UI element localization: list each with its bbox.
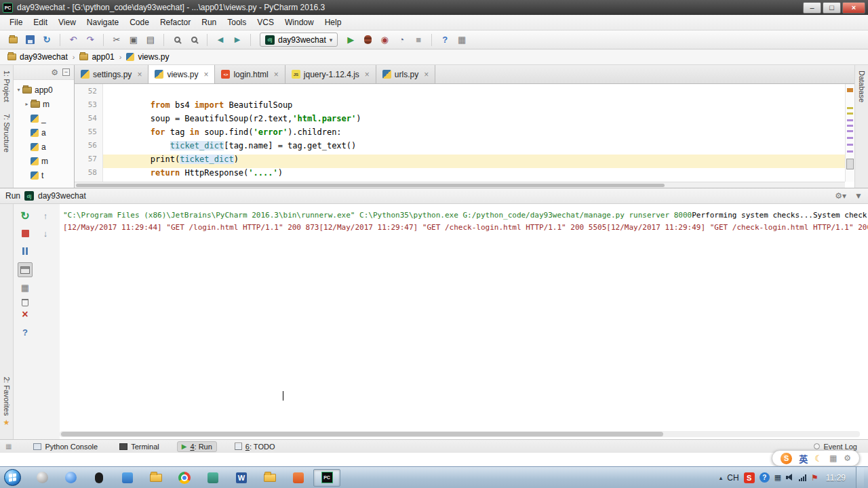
collapse-all-icon[interactable]: − xyxy=(62,68,70,76)
minimize-button[interactable]: – xyxy=(803,2,821,14)
synchronize-button[interactable]: ↻ xyxy=(39,33,54,47)
taskbar-button-chrome[interactable] xyxy=(171,469,198,487)
replace-button[interactable] xyxy=(186,33,201,47)
action-center-flag-icon[interactable]: ⚑ xyxy=(811,473,818,483)
print-button[interactable]: ▦ xyxy=(18,280,33,295)
profiler-button[interactable]: ◔ xyxy=(394,33,409,47)
show-console-button[interactable] xyxy=(18,262,33,277)
code-text[interactable]: ticket_dict[tag.name] = tag.get_text() xyxy=(103,141,845,155)
project-tree-item[interactable]: ▾app0 xyxy=(14,83,74,97)
console-line-11[interactable]: [12/May/2017 11:29:44] "GET /login.html … xyxy=(63,223,319,232)
help-tray-icon[interactable]: ? xyxy=(760,472,770,483)
tool-window-tab-structure[interactable]: 7: Structure xyxy=(3,114,11,152)
find-button[interactable] xyxy=(170,33,184,47)
close-button[interactable]: × xyxy=(842,2,865,14)
taskbar-button-app-blue-orb[interactable] xyxy=(57,469,84,487)
code-text[interactable] xyxy=(103,87,845,100)
save-button[interactable] xyxy=(22,33,37,47)
start-button[interactable] xyxy=(4,469,21,486)
error-stripe-mark[interactable] xyxy=(847,130,853,132)
tab-close-icon[interactable]: × xyxy=(365,70,370,79)
up-stack-trace-button[interactable]: ↑ xyxy=(38,208,53,223)
menu-item-code[interactable]: Code xyxy=(124,16,155,29)
tool-window-tab-favorites[interactable]: 2: Favorites xyxy=(3,377,11,415)
tree-expand-icon[interactable]: ▾ xyxy=(15,87,22,93)
project-tree-item[interactable]: _ xyxy=(14,111,74,125)
code-text[interactable]: soup = BeautifulSoup(r2.text,'html.parse… xyxy=(103,114,845,127)
sogou-ime-bar[interactable]: S 英 ☾ ▦ ⚙ xyxy=(772,450,860,466)
stop-button[interactable] xyxy=(18,226,33,241)
moon-icon[interactable]: ☾ xyxy=(814,453,823,464)
paste-button[interactable]: ▤ xyxy=(143,33,158,47)
error-stripe-mark[interactable] xyxy=(847,113,853,115)
tool-window-tab-project[interactable]: 1: Project xyxy=(3,70,11,102)
title-bar[interactable]: PC day93wechat - [G:\python_code\day93we… xyxy=(0,0,868,15)
code-viewport[interactable]: 51 r2 = requests.get(url=redirect_url)52… xyxy=(75,84,845,182)
tab-close-icon[interactable]: × xyxy=(203,70,208,79)
run-console[interactable]: "C:\Program Files (x86)\JetBrains\PyChar… xyxy=(60,204,868,439)
editor-tab-jquery-1.12.4.js[interactable]: JSjquery-1.12.4.js× xyxy=(285,65,376,83)
editor-tab-settings.py[interactable]: settings.py× xyxy=(75,65,149,83)
scrollbar-thumb[interactable] xyxy=(61,432,663,436)
toolwindow-button-run[interactable]: ▶4: Run xyxy=(177,441,217,452)
taskbar-button-app-gray-orb[interactable] xyxy=(28,469,56,487)
run-button[interactable]: ▶ xyxy=(343,33,358,47)
project-tree-item[interactable]: t xyxy=(14,168,74,182)
toolwindow-button-terminal[interactable]: Terminal xyxy=(115,442,163,451)
taskbar-button-app-blue-square[interactable] xyxy=(114,469,141,487)
stop-button-disabled[interactable]: ■ xyxy=(411,33,426,47)
run-configuration-select[interactable]: dj day93wechat ▾ xyxy=(260,33,338,47)
menu-item-run[interactable]: Run xyxy=(196,16,222,29)
error-stripe[interactable] xyxy=(845,84,854,182)
toolwindow-button-python-console[interactable]: Python Console xyxy=(29,442,102,451)
breadcrumb-item-app01[interactable]: app01 xyxy=(77,52,116,62)
error-stripe-mark[interactable] xyxy=(847,125,853,127)
error-stripe-mark[interactable] xyxy=(847,150,853,152)
volume-icon[interactable] xyxy=(786,474,794,481)
menu-item-edit[interactable]: Edit xyxy=(28,16,53,29)
help-button[interactable]: ? xyxy=(437,33,452,47)
editor-tab-login.html[interactable]: <>login.html× xyxy=(215,65,285,83)
error-stripe-mark[interactable] xyxy=(847,107,853,109)
console-line-12[interactable]: [12/May/2017 11:29:47] "GET /check-login… xyxy=(319,223,607,232)
toolwindow-button-todo[interactable]: 6: TODO xyxy=(231,442,279,451)
console-line-1[interactable]: Performing system checks... xyxy=(692,211,813,220)
code-text[interactable]: from bs4 import BeautifulSoup xyxy=(103,100,845,114)
console-line-3[interactable]: System check identified no issues (0 sil… xyxy=(813,211,868,220)
project-tree-item[interactable]: a xyxy=(14,125,74,140)
taskbar-button-pycharm[interactable]: PC xyxy=(313,469,340,487)
taskbar-button-app-dark[interactable] xyxy=(85,469,113,487)
menu-item-tools[interactable]: Tools xyxy=(222,16,252,29)
help-button[interactable]: ? xyxy=(18,325,33,340)
rerun-button[interactable]: ↻ xyxy=(18,208,33,223)
tab-close-icon[interactable]: × xyxy=(424,70,429,79)
menu-item-file[interactable]: File xyxy=(4,16,28,29)
scrollbar-thumb[interactable] xyxy=(76,184,665,187)
menu-item-help[interactable]: Help xyxy=(319,16,347,29)
copy-button[interactable]: ▣ xyxy=(126,33,141,47)
run-settings-gear-icon[interactable]: ⚙▾ xyxy=(835,191,846,201)
network-icon[interactable] xyxy=(799,474,806,481)
maximize-button[interactable]: □ xyxy=(823,2,841,14)
back-button[interactable]: ◀ xyxy=(213,33,228,47)
breadcrumb-item-day93wechat[interactable]: day93wechat xyxy=(5,52,70,62)
ime-settings-icon[interactable]: ⚙ xyxy=(844,453,851,463)
error-stripe-mark[interactable] xyxy=(847,144,853,146)
menu-item-view[interactable]: View xyxy=(53,16,81,29)
down-stack-trace-button[interactable]: ↓ xyxy=(38,226,53,241)
manage-tasks-button[interactable]: ▦ xyxy=(454,33,469,47)
tool-window-toggle-icon[interactable]: ▦ xyxy=(5,443,12,450)
error-stripe-mark[interactable] xyxy=(847,119,853,121)
menu-item-refactor[interactable]: Refactor xyxy=(155,16,196,29)
hide-panel-icon[interactable]: ▼ xyxy=(854,191,863,201)
project-tree-item[interactable]: m xyxy=(14,154,74,168)
open-button[interactable] xyxy=(5,33,20,47)
gear-icon[interactable]: ⚙ xyxy=(51,68,58,77)
code-editor[interactable]: 51 r2 = requests.get(url=redirect_url)52… xyxy=(75,84,845,182)
sogou-tray-icon[interactable]: S xyxy=(744,472,755,483)
error-stripe-mark[interactable] xyxy=(847,137,853,139)
pause-output-button[interactable] xyxy=(18,243,33,258)
language-indicator[interactable]: CH xyxy=(727,473,738,483)
taskbar-button-explorer-folder-2[interactable] xyxy=(256,469,283,487)
code-text[interactable]: print(ticket_dict) xyxy=(103,155,845,168)
